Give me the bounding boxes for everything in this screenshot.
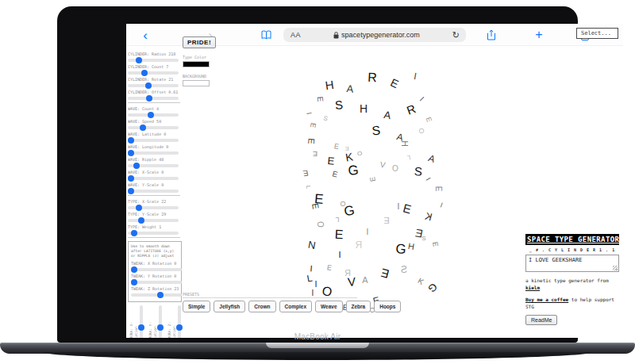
type-letter: A bbox=[346, 83, 354, 94]
slider-thumb[interactable] bbox=[133, 163, 140, 169]
bookmarks-button[interactable] bbox=[260, 24, 272, 46]
slider-label: WAVE: X-Scale 0 bbox=[128, 170, 183, 175]
type-letter: L bbox=[406, 154, 411, 161]
slider-track[interactable] bbox=[128, 151, 179, 155]
readme-button[interactable]: ReadMe bbox=[525, 315, 557, 325]
share-button[interactable] bbox=[485, 24, 498, 46]
background-swatch[interactable] bbox=[183, 80, 210, 86]
type-letter: K bbox=[424, 211, 433, 223]
type-letter: E bbox=[316, 96, 325, 102]
slider-thumb[interactable] bbox=[131, 266, 137, 273]
back-button[interactable]: ‹ bbox=[139, 24, 152, 46]
preset-button-complex[interactable]: Complex bbox=[279, 301, 312, 312]
url-text: spacetypegenerator.com bbox=[341, 31, 420, 39]
vslider-thumb[interactable] bbox=[138, 324, 144, 331]
text-input[interactable]: I LOVE GEEKSHARE bbox=[525, 255, 619, 272]
slider-thumb[interactable] bbox=[138, 217, 144, 224]
slider-track[interactable] bbox=[128, 206, 179, 209]
slider-thumb[interactable] bbox=[128, 175, 134, 182]
slider-track[interactable] bbox=[128, 97, 179, 100]
slider-cylinder-rotate-21: CYLINDER: Rotate 21 bbox=[128, 77, 183, 87]
type-letter: E bbox=[334, 228, 343, 242]
slider-track[interactable] bbox=[128, 177, 179, 180]
slider-track[interactable] bbox=[128, 126, 179, 129]
select-dropdown[interactable]: Select... bbox=[576, 28, 618, 39]
type-letter: H bbox=[325, 79, 335, 91]
slider-thumb[interactable] bbox=[157, 292, 164, 298]
slider-label: CYLINDER: Radius 218 bbox=[128, 52, 183, 57]
slider-track[interactable] bbox=[128, 59, 179, 62]
slider-thumb[interactable] bbox=[148, 112, 154, 118]
type-letter: E bbox=[326, 264, 332, 272]
slider-track[interactable] bbox=[128, 139, 179, 142]
type-letter: E bbox=[331, 170, 338, 178]
url-bar[interactable]: AA spacetypegenerator.com ↻ bbox=[283, 28, 466, 42]
slider-thumb[interactable] bbox=[131, 230, 137, 236]
type-letter: I bbox=[305, 112, 312, 115]
tweak-note: Use to smooth down after LATITUDE (x,y) … bbox=[131, 244, 179, 259]
slider-track[interactable] bbox=[131, 268, 182, 271]
slider-label: TYPE: Weight 1 bbox=[128, 224, 183, 230]
slider-label: WAVE: Count 4 bbox=[128, 106, 183, 112]
slider-track[interactable] bbox=[128, 164, 179, 167]
support-link[interactable]: Buy me a coffee bbox=[525, 297, 568, 302]
preset-button-crown[interactable]: Crown bbox=[248, 301, 275, 312]
slider-wave-count-4: WAVE: Count 4 bbox=[128, 106, 183, 117]
slider-track[interactable] bbox=[128, 232, 179, 235]
type-letter: E bbox=[402, 201, 413, 215]
slider-thumb[interactable] bbox=[136, 205, 142, 211]
type-letter: I bbox=[413, 71, 417, 81]
type-letter: S bbox=[322, 115, 328, 122]
slider-track[interactable] bbox=[128, 84, 179, 87]
slider-track[interactable] bbox=[128, 113, 179, 117]
preset-button-jellyfish[interactable]: Jellyfish bbox=[214, 301, 245, 312]
reader-button[interactable]: AA bbox=[283, 31, 301, 39]
type-letter: A bbox=[427, 153, 437, 164]
new-tab-button[interactable]: + bbox=[533, 24, 545, 46]
resize-grip-icon[interactable] bbox=[613, 266, 618, 270]
slider-thumb[interactable] bbox=[145, 82, 152, 89]
type-letter: S bbox=[371, 125, 381, 138]
slider-thumb[interactable] bbox=[128, 188, 134, 194]
slider-thumb[interactable] bbox=[128, 150, 134, 156]
slider-track[interactable] bbox=[131, 281, 182, 284]
slider-track[interactable] bbox=[128, 219, 179, 222]
type-letter: G bbox=[426, 282, 439, 294]
slider-type-weight-1: TYPE: Weight 1 bbox=[128, 224, 183, 235]
slider-thumb[interactable] bbox=[146, 95, 152, 102]
slider-track[interactable] bbox=[131, 293, 182, 297]
type-letter: E bbox=[327, 155, 335, 167]
slider-track[interactable] bbox=[128, 190, 179, 193]
type-letter: E bbox=[389, 77, 400, 90]
type-color-swatch[interactable] bbox=[183, 61, 210, 67]
type-letter: V bbox=[347, 275, 356, 288]
preset-button-weave[interactable]: Weave bbox=[315, 301, 342, 312]
preset-button-zebra[interactable]: Zebra bbox=[346, 301, 371, 312]
slider-thumb[interactable] bbox=[140, 125, 146, 131]
type-letter: K bbox=[417, 277, 425, 286]
pride-button[interactable]: PRIDE! bbox=[183, 36, 216, 48]
background-label: BACKGROUND bbox=[183, 74, 217, 79]
lock-icon bbox=[333, 32, 339, 39]
macbook-notch bbox=[266, 343, 369, 348]
slider-label: WAVE: Speed 50 bbox=[128, 119, 183, 125]
slider-thumb[interactable] bbox=[136, 57, 142, 63]
type-letter: O bbox=[357, 151, 362, 157]
preset-button-hoops[interactable]: Hoops bbox=[374, 301, 401, 312]
vslider-thumb[interactable] bbox=[157, 324, 164, 331]
refresh-icon[interactable]: ↻ bbox=[452, 30, 466, 40]
url-text-wrap: spacetypegenerator.com bbox=[301, 31, 452, 39]
type-letter: A bbox=[383, 109, 392, 121]
credit-link[interactable]: kielm bbox=[525, 285, 540, 290]
vslider-thumb[interactable] bbox=[176, 324, 183, 331]
group-divider bbox=[128, 195, 180, 196]
preset-buttons: SimpleJellyfishCrownComplexWeaveZebraHoo… bbox=[183, 301, 401, 312]
slider-thumb[interactable] bbox=[128, 137, 134, 144]
slider-thumb[interactable] bbox=[141, 70, 148, 76]
slider-tweak-y-rotation-0: TWEAK: Y Rotation 0 bbox=[131, 274, 179, 284]
slider-thumb[interactable] bbox=[131, 279, 137, 285]
slider-label: CYLINDER: Count 7 bbox=[128, 64, 183, 70]
preset-button-simple[interactable]: Simple bbox=[183, 301, 210, 312]
slider-track[interactable] bbox=[128, 71, 179, 75]
type-letter: R bbox=[405, 102, 417, 117]
